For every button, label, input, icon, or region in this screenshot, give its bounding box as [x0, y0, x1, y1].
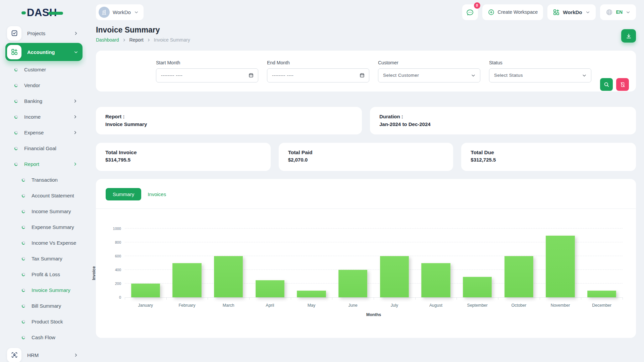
bar-september[interactable]	[463, 277, 492, 298]
sidebar-item-label: Customer	[24, 67, 78, 72]
y-tick-label: 800	[115, 240, 121, 244]
download-icon	[626, 33, 632, 39]
chevron-right-icon	[73, 114, 78, 119]
x-tick-mark	[249, 297, 250, 300]
bullet-icon	[21, 241, 25, 245]
x-tick-label: March	[208, 303, 249, 308]
workspace-selector[interactable]: WorkDo	[96, 4, 144, 20]
chart-card: Summary Invoices Invoice 020040060080010…	[96, 179, 636, 338]
x-tick-label: February	[166, 303, 208, 308]
search-button[interactable]	[600, 78, 613, 91]
sidebar-item-label: Banking	[24, 98, 73, 104]
end-month-input[interactable]: -------- ----	[267, 68, 369, 82]
customer-field: Customer Select Customer	[378, 60, 480, 82]
bullet-icon	[21, 273, 25, 276]
bar-july[interactable]	[380, 256, 409, 297]
sidebar-item-expense[interactable]: Expense	[5, 125, 83, 140]
total-paid-value: $2,070.0	[288, 157, 444, 163]
bullet-icon	[14, 162, 18, 166]
logo-accent-bar-icon	[48, 12, 63, 15]
app-logo[interactable]: DASH	[0, 0, 87, 21]
bullet-icon	[21, 178, 25, 182]
sidebar-item-expense-summary[interactable]: Expense Summary	[5, 219, 83, 235]
bar-august[interactable]	[421, 263, 450, 298]
tab-bar: Summary Invoices	[96, 188, 636, 200]
start-month-input[interactable]: -------- ----	[156, 68, 258, 82]
chevron-right-icon	[147, 38, 151, 42]
bullet-icon	[14, 68, 18, 71]
end-month-value: -------- ----	[272, 73, 359, 78]
sidebar-item-customer[interactable]: Customer	[5, 62, 83, 77]
sidebar-item-financial-goal[interactable]: Financial Goal	[5, 140, 83, 156]
bar-may[interactable]	[297, 291, 326, 298]
sidebar-item-profit-loss[interactable]: Profit & Loss	[5, 266, 83, 282]
y-tick-label: 200	[115, 282, 121, 286]
sidebar-item-banking[interactable]: Banking	[5, 93, 83, 109]
report-card-title: Report :	[105, 113, 353, 120]
chevron-down-icon	[582, 73, 587, 78]
language-selector[interactable]: EN	[600, 4, 636, 20]
bar-april[interactable]	[256, 280, 285, 297]
totals-row: Total Invoice $314,795.5 Total Paid $2,0…	[96, 143, 636, 171]
sidebar-item-account-statement[interactable]: Account Statement	[5, 188, 83, 203]
chevron-right-icon	[73, 99, 78, 104]
sidebar-item-label: Income Summary	[32, 208, 78, 214]
customer-label: Customer	[378, 60, 480, 65]
total-due-card: Total Due $312,725.5	[461, 143, 636, 171]
create-workspace-button[interactable]: Create Workspace	[482, 4, 543, 20]
download-button[interactable]	[621, 29, 636, 43]
sidebar-item-projects[interactable]: Projects	[5, 24, 83, 42]
bullet-icon	[14, 131, 18, 134]
total-due-label: Total Due	[471, 149, 627, 156]
sidebar-item-label: Expense	[24, 130, 73, 135]
workdo-menu-button[interactable]: WorkDo	[547, 4, 595, 20]
messages-button[interactable]: 0	[462, 4, 478, 20]
breadcrumb-dashboard[interactable]: Dashboard	[96, 37, 119, 43]
sidebar-item-income[interactable]: Income	[5, 109, 83, 125]
sidebar-item-cash-flow[interactable]: Cash Flow	[5, 329, 83, 345]
sidebar-item-hrm[interactable]: HRM	[5, 346, 83, 362]
sidebar-item-tax-summary[interactable]: Tax Summary	[5, 251, 83, 266]
bullet-icon	[14, 146, 18, 150]
sidebar-item-label: Income Vs Expense	[32, 240, 78, 246]
bar-february[interactable]	[172, 263, 202, 298]
workdo-menu-label: WorkDo	[563, 9, 582, 15]
bullet-icon	[21, 257, 25, 260]
duration-card: Duration : Jan-2024 to Dec-2024	[370, 107, 636, 134]
grid-plus-icon	[7, 45, 21, 59]
bar-january[interactable]	[131, 284, 160, 297]
bar-october[interactable]	[504, 256, 534, 297]
bar-november[interactable]	[546, 236, 575, 298]
sidebar-item-invoice-summary[interactable]: Invoice Summary	[5, 282, 83, 298]
sidebar-item-accounting[interactable]: Accounting	[5, 43, 83, 61]
sidebar-item-income-summary[interactable]: Income Summary	[5, 203, 83, 219]
breadcrumb-report[interactable]: Report	[129, 37, 144, 43]
bar-december[interactable]	[587, 291, 616, 298]
y-tick-label: 400	[115, 268, 121, 272]
bar-march[interactable]	[214, 256, 243, 297]
reset-filter-button[interactable]	[616, 78, 629, 91]
sidebar-item-report[interactable]: Report	[5, 156, 83, 172]
duration-card-value: Jan-2024 to Dec-2024	[379, 120, 627, 128]
status-select[interactable]: Select Status	[489, 68, 591, 82]
x-tick-mark	[208, 297, 208, 300]
tab-summary[interactable]: Summary	[106, 188, 141, 200]
sidebar-item-label: Product Stock	[32, 319, 78, 324]
sidebar-item-transaction[interactable]: Transaction	[5, 172, 83, 188]
calendar-icon	[248, 72, 254, 78]
sidebar-item-bill-summary[interactable]: Bill Summary	[5, 298, 83, 314]
bar-june[interactable]	[338, 270, 368, 297]
status-field: Status Select Status	[489, 60, 591, 82]
customer-select[interactable]: Select Customer	[378, 68, 480, 82]
sidebar-item-label: Financial Goal	[24, 145, 78, 151]
sidebar-item-vendor[interactable]: Vendor	[5, 77, 83, 93]
sidebar-item-product-stock[interactable]: Product Stock	[5, 314, 83, 329]
tab-invoices[interactable]: Invoices	[148, 191, 166, 197]
y-tick-label: 1000	[113, 227, 121, 231]
sidebar-item-income-vs-expense[interactable]: Income Vs Expense	[5, 235, 83, 251]
start-month-field: Start Month -------- ----	[156, 60, 258, 82]
duration-card-title: Duration :	[379, 113, 627, 120]
search-icon	[603, 81, 609, 87]
notification-badge: 0	[474, 2, 480, 9]
sidebar-item-label: Profit & Loss	[32, 272, 78, 277]
